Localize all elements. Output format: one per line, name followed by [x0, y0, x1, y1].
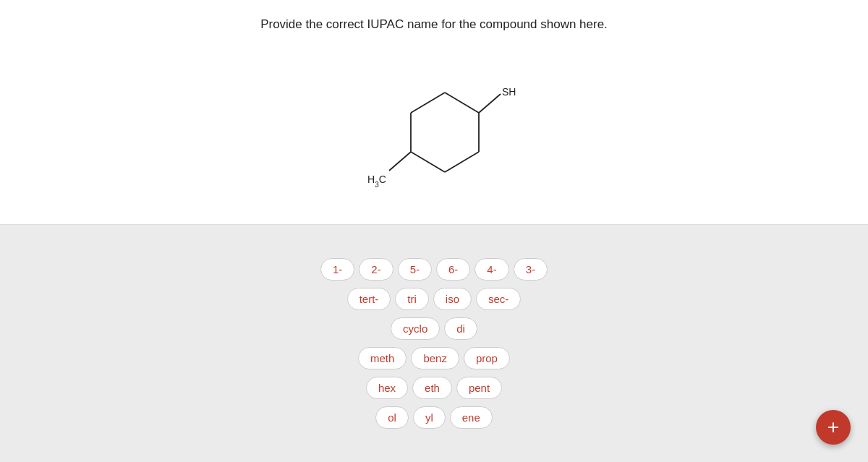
- question-text: Provide the correct IUPAC name for the c…: [260, 17, 608, 32]
- word-row-3: cyclo di: [391, 317, 477, 340]
- word-row-4: meth benz prop: [358, 347, 510, 369]
- chip-6-dash[interactable]: 6-: [436, 258, 470, 281]
- svg-text:SH: SH: [502, 86, 516, 98]
- chip-sec[interactable]: sec-: [476, 288, 521, 310]
- chip-ol[interactable]: ol: [375, 406, 409, 429]
- chip-prop[interactable]: prop: [464, 347, 510, 369]
- fab-button[interactable]: +: [816, 410, 851, 445]
- chip-cyclo[interactable]: cyclo: [391, 317, 440, 340]
- word-bank: 1- 2- 5- 6- 4- 3- tert- tri iso sec- cyc…: [320, 258, 548, 429]
- molecule-svg: SH H3C: [333, 56, 535, 201]
- bottom-section: 1- 2- 5- 6- 4- 3- tert- tri iso sec- cyc…: [0, 225, 868, 462]
- word-row-1: 1- 2- 5- 6- 4- 3-: [320, 258, 548, 281]
- svg-line-5: [411, 93, 445, 113]
- chip-3-dash[interactable]: 3-: [514, 258, 548, 281]
- svg-text:H3C: H3C: [367, 174, 386, 189]
- word-row-6: ol yl ene: [375, 406, 493, 429]
- chip-di[interactable]: di: [444, 317, 477, 340]
- chip-hex[interactable]: hex: [366, 377, 408, 399]
- svg-line-0: [445, 93, 479, 113]
- molecule-diagram: SH H3C: [0, 49, 868, 208]
- chip-4-dash[interactable]: 4-: [475, 258, 509, 281]
- chip-tri[interactable]: tri: [395, 288, 429, 310]
- chip-2-dash[interactable]: 2-: [359, 258, 393, 281]
- svg-line-6: [479, 94, 501, 113]
- chip-meth[interactable]: meth: [358, 347, 407, 369]
- chip-benz[interactable]: benz: [411, 347, 459, 369]
- chip-pent[interactable]: pent: [456, 377, 502, 399]
- word-row-2: tert- tri iso sec-: [347, 288, 522, 310]
- chip-ene[interactable]: ene: [450, 406, 493, 429]
- word-row-5: hex eth pent: [366, 377, 502, 399]
- chip-yl[interactable]: yl: [413, 406, 446, 429]
- chip-5-dash[interactable]: 5-: [398, 258, 432, 281]
- svg-line-3: [411, 152, 445, 172]
- chip-iso[interactable]: iso: [433, 288, 472, 310]
- chip-eth[interactable]: eth: [412, 377, 452, 399]
- chip-tert[interactable]: tert-: [347, 288, 391, 310]
- svg-line-8: [389, 152, 411, 171]
- chip-1-dash[interactable]: 1-: [320, 258, 354, 281]
- svg-line-2: [445, 152, 479, 172]
